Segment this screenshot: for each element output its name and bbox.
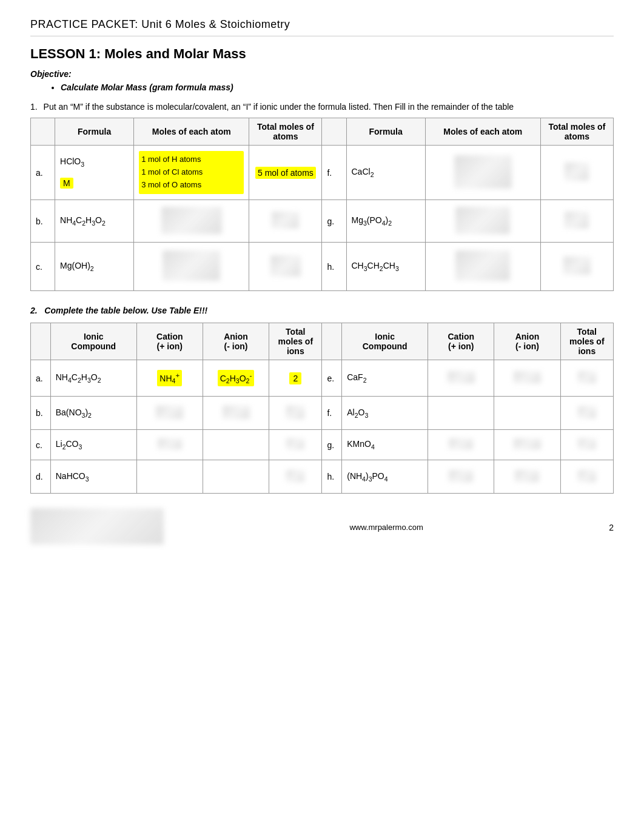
t1-col-empty2 bbox=[322, 118, 346, 146]
row-label: c. bbox=[31, 430, 51, 460]
t2-col-ionic-l: IonicCompound bbox=[50, 323, 136, 360]
t1-col-formula-l: Formula bbox=[55, 118, 134, 146]
row-label: b. bbox=[31, 397, 51, 430]
t2-total-c bbox=[269, 430, 322, 460]
t2-anion-h bbox=[494, 460, 560, 494]
t2-col-empty2 bbox=[322, 323, 342, 360]
formula-b-left: NH4C2H3O2 bbox=[55, 200, 134, 243]
table-row: a. HClO3 M 1 mol of H atoms 1 mol of Cl … bbox=[31, 146, 614, 200]
row-label-f: f. bbox=[322, 146, 346, 200]
t2-anion-a: C2H3O2- bbox=[203, 360, 269, 397]
t2-total-h bbox=[560, 460, 613, 494]
formula-a-left: HClO3 M bbox=[55, 146, 134, 200]
t2-cation-b bbox=[136, 397, 203, 430]
row-label: a. bbox=[31, 146, 55, 200]
t2-anion-f bbox=[494, 397, 560, 430]
moles-g-right bbox=[425, 200, 540, 243]
mi-label-a: M bbox=[60, 178, 73, 189]
t2-compound-d: NaHCO3 bbox=[50, 460, 136, 494]
t2-compound-g: KMnO4 bbox=[342, 430, 428, 460]
t2-cation-h bbox=[428, 460, 494, 494]
row-label: b. bbox=[31, 200, 55, 243]
t2-total-d bbox=[269, 460, 322, 494]
t2-total-g bbox=[560, 430, 613, 460]
moles-h-right bbox=[425, 243, 540, 291]
formula-h-right: CH3CH2CH3 bbox=[346, 243, 425, 291]
t2-compound-e: CaF2 bbox=[342, 360, 428, 397]
objective-label: Objective: bbox=[30, 69, 614, 79]
page-header: PRACTICE PACKET: Unit 6 Moles & Stoichio… bbox=[30, 18, 614, 36]
t2-anion-g bbox=[494, 430, 560, 460]
t2-col-cation-r: Cation(+ ion) bbox=[428, 323, 494, 360]
formula-g-right: Mg3(PO4)2 bbox=[346, 200, 425, 243]
t2-anion-b bbox=[203, 397, 269, 430]
t2-compound-f: Al2O3 bbox=[342, 397, 428, 430]
t2-total-b bbox=[269, 397, 322, 430]
row-label-g: g. bbox=[322, 200, 346, 243]
row-label-h: h. bbox=[322, 243, 346, 291]
q2-number: 2. bbox=[30, 306, 38, 315]
t2-total-f bbox=[560, 397, 613, 430]
row-label-h2: h. bbox=[322, 460, 342, 494]
t2-compound-h: (NH4)3PO4 bbox=[342, 460, 428, 494]
row-label: c. bbox=[31, 243, 55, 291]
table1: Formula Moles of each atom Total moles o… bbox=[30, 118, 614, 291]
table-row: b. Ba(NO3)2 f. Al2O3 bbox=[31, 397, 614, 430]
q1-text: Put an “M” if the substance is molecular… bbox=[44, 102, 514, 112]
t1-col-formula-r: Formula bbox=[346, 118, 425, 146]
footer-image bbox=[30, 508, 164, 546]
row-label-e: e. bbox=[322, 360, 342, 397]
t1-col-total-r: Total moles of atoms bbox=[540, 118, 613, 146]
t2-cation-g bbox=[428, 430, 494, 460]
objective-item: Calculate Molar Mass (gram formula mass) bbox=[61, 82, 614, 92]
total-f-right bbox=[540, 146, 613, 200]
t2-total-e bbox=[560, 360, 613, 397]
q1-number: 1. bbox=[30, 102, 38, 112]
t2-col-ionic-r: IonicCompound bbox=[342, 323, 428, 360]
t2-col-empty1 bbox=[31, 323, 51, 360]
t2-col-anion-l: Anion(- ion) bbox=[203, 323, 269, 360]
t1-col-total-l: Total moles of atoms bbox=[249, 118, 322, 146]
t2-cation-d bbox=[136, 460, 203, 494]
total-h-right bbox=[540, 243, 613, 291]
lesson-title: LESSON 1: Moles and Molar Mass bbox=[30, 46, 614, 62]
t2-cation-e bbox=[428, 360, 494, 397]
t2-total-a: 2 bbox=[269, 360, 322, 397]
t2-cation-f bbox=[428, 397, 494, 430]
t2-compound-c: Li2CO3 bbox=[50, 430, 136, 460]
t1-col-moles-r: Moles of each atom bbox=[425, 118, 540, 146]
moles-c-left bbox=[134, 243, 249, 291]
total-g-right bbox=[540, 200, 613, 243]
row-label: d. bbox=[31, 460, 51, 494]
total-a-left: 5 mol of atoms bbox=[249, 146, 322, 200]
t2-anion-e bbox=[494, 360, 560, 397]
total-b-left bbox=[249, 200, 322, 243]
moles-f-right bbox=[425, 146, 540, 200]
q2-instruction: Complete the table below. Use Table E!!! bbox=[44, 306, 207, 315]
footer-url: www.mrpalermo.com bbox=[349, 523, 423, 532]
t1-col-moles-l: Moles of each atom bbox=[134, 118, 249, 146]
row-label-f2: f. bbox=[322, 397, 342, 430]
q2-text: 2. Complete the table below. Use Table E… bbox=[30, 306, 207, 315]
t2-anion-c bbox=[203, 430, 269, 460]
table-row: b. NH4C2H3O2 g. Mg3(PO4)2 bbox=[31, 200, 614, 243]
row-label: a. bbox=[31, 360, 51, 397]
formula-c-left: Mg(OH)2 bbox=[55, 243, 134, 291]
table2: IonicCompound Cation(+ ion) Anion(- ion)… bbox=[30, 323, 614, 494]
total-moles-a: 5 mol of atoms bbox=[255, 167, 316, 179]
table-row: a. NH4C2H3O2 NH4+ C2H3O2- 2 e. CaF2 bbox=[31, 360, 614, 397]
t2-cation-a: NH4+ bbox=[136, 360, 203, 397]
formula-f-right: CaCl2 bbox=[346, 146, 425, 200]
row-label-g2: g. bbox=[322, 430, 342, 460]
moles-a-left: 1 mol of H atoms 1 mol of Cl atoms 3 mol… bbox=[134, 146, 249, 200]
table-row: c. Li2CO3 g. KMnO4 bbox=[31, 430, 614, 460]
table-row: d. NaHCO3 h. (NH4)3PO4 bbox=[31, 460, 614, 494]
t2-col-total-r: Totalmoles ofions bbox=[560, 323, 613, 360]
page-number: 2 bbox=[609, 523, 614, 532]
t2-col-total-l: Totalmoles ofions bbox=[269, 323, 322, 360]
t1-col-empty1 bbox=[31, 118, 55, 146]
t2-anion-d bbox=[203, 460, 269, 494]
t2-col-cation-l: Cation(+ ion) bbox=[136, 323, 203, 360]
t2-compound-a: NH4C2H3O2 bbox=[50, 360, 136, 397]
t2-compound-b: Ba(NO3)2 bbox=[50, 397, 136, 430]
